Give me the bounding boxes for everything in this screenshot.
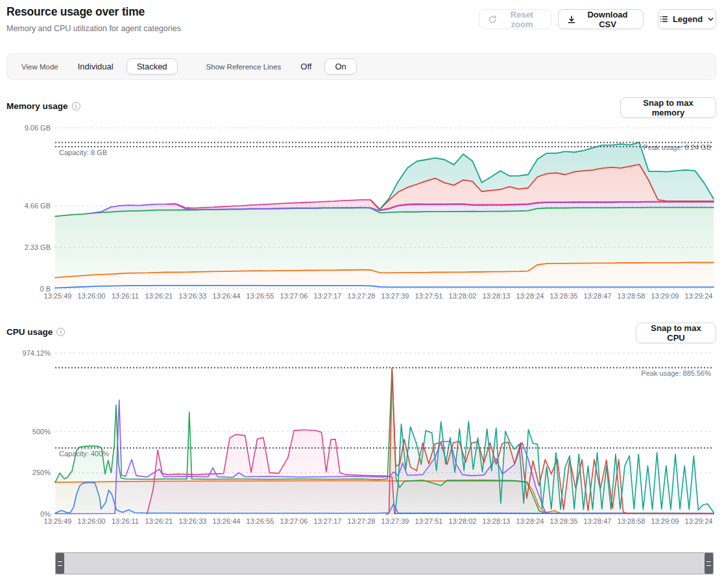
svg-text:13:28:35: 13:28:35 [550,517,578,525]
svg-text:13:29:09: 13:29:09 [651,517,679,525]
snap-to-max-cpu-button[interactable]: Snap to max CPU [636,323,716,343]
svg-text:Peak usage: 885.56%: Peak usage: 885.56% [641,369,711,377]
svg-text:Capacity: 400%: Capacity: 400% [59,450,109,458]
svg-text:974.12%: 974.12% [23,349,51,357]
svg-text:13:27:28: 13:27:28 [348,517,376,525]
svg-text:13:26:21: 13:26:21 [145,292,173,300]
svg-text:13:27:39: 13:27:39 [381,517,409,525]
svg-text:13:28:47: 13:28:47 [584,292,612,300]
cpu-section-title: CPU usage [6,327,53,337]
download-csv-label: Download CSV [581,10,634,29]
show-reference-lines-label: Show Reference Lines [200,63,288,71]
svg-text:13:26:44: 13:26:44 [213,517,241,525]
reset-zoom-label: Reset zoom [501,10,542,29]
svg-text:13:27:17: 13:27:17 [314,517,342,525]
svg-text:13:27:51: 13:27:51 [415,517,443,525]
memory-section-title: Memory usage [6,101,68,111]
reference-lines-on[interactable]: On [324,58,356,75]
svg-text:13:26:33: 13:26:33 [179,517,207,525]
download-csv-button[interactable]: Download CSV [558,9,644,29]
download-icon [567,15,576,24]
svg-text:13:28:02: 13:28:02 [449,517,477,525]
svg-text:9.06 GB: 9.06 GB [25,124,51,132]
svg-text:13:26:11: 13:26:11 [112,292,139,300]
svg-text:13:28:35: 13:28:35 [550,292,578,300]
page-title: Resource usage over time [6,5,145,19]
brush-handle-right[interactable] [705,553,713,574]
svg-text:13:29:09: 13:29:09 [651,292,679,300]
svg-text:13:25:49: 13:25:49 [44,292,72,300]
cpu-info-icon[interactable]: i [56,328,65,336]
svg-text:13:29:24: 13:29:24 [685,292,713,300]
svg-text:13:27:17: 13:27:17 [314,292,342,300]
svg-text:13:26:21: 13:26:21 [145,517,173,525]
svg-text:13:26:00: 13:26:00 [78,517,106,525]
svg-text:13:26:55: 13:26:55 [247,292,274,300]
svg-text:13:26:44: 13:26:44 [213,292,241,300]
svg-text:13:25:49: 13:25:49 [44,517,72,525]
svg-text:13:27:06: 13:27:06 [280,292,308,300]
view-mode-stacked[interactable]: Stacked [127,58,178,75]
page-subtitle: Memory and CPU utilization for agent cat… [6,24,181,33]
time-range-brush[interactable] [55,552,714,574]
reset-zoom-button[interactable]: Reset zoom [479,9,551,29]
svg-text:13:27:51: 13:27:51 [415,292,443,300]
svg-text:13:29:24: 13:29:24 [685,517,713,525]
reset-icon [488,15,497,24]
svg-text:13:26:11: 13:26:11 [112,517,139,525]
memory-chart[interactable]: Peak usage: 8.24 GBCapacity: 8 GB9.06 GB… [0,120,724,310]
view-mode-individual[interactable]: Individual [70,58,121,75]
svg-text:13:27:06: 13:27:06 [280,517,308,525]
view-mode-label: View Mode [15,63,65,71]
svg-text:250%: 250% [32,469,51,476]
svg-text:13:28:13: 13:28:13 [483,292,511,300]
control-bar: View Mode Individual Stacked Show Refere… [6,53,716,80]
svg-text:13:28:24: 13:28:24 [516,292,544,300]
chevron-down-icon [707,16,714,23]
svg-text:13:28:58: 13:28:58 [618,517,646,525]
svg-text:13:28:47: 13:28:47 [584,517,612,525]
legend-list-icon [660,15,668,23]
snap-to-max-memory-button[interactable]: Snap to max memory [620,97,716,118]
reference-lines-off[interactable]: Off [293,58,319,75]
cpu-chart[interactable]: Peak usage: 885.56%Capacity: 400%974.12%… [0,345,724,535]
memory-info-icon[interactable]: i [72,102,80,110]
legend-button[interactable]: Legend [658,9,716,29]
svg-text:500%: 500% [32,428,51,435]
grip-icon [706,561,711,566]
legend-label: Legend [673,14,703,24]
svg-text:13:28:58: 13:28:58 [618,292,646,300]
svg-text:13:28:02: 13:28:02 [449,292,477,300]
brush-handle-left[interactable] [56,553,64,574]
svg-text:13:28:24: 13:28:24 [516,517,544,525]
svg-text:13:26:55: 13:26:55 [247,517,274,525]
svg-text:2.33 GB: 2.33 GB [25,243,51,251]
svg-text:Capacity: 8 GB: Capacity: 8 GB [59,149,107,156]
svg-text:4.66 GB: 4.66 GB [25,202,51,210]
svg-text:13:26:00: 13:26:00 [78,292,106,300]
cpu-section-header: CPU usage i [6,327,65,337]
grip-icon [58,561,62,566]
snap-to-max-memory-label: Snap to max memory [629,98,707,117]
svg-text:13:27:28: 13:27:28 [348,292,376,300]
memory-section-header: Memory usage i [6,101,80,111]
svg-text:Peak usage: 8.24 GB: Peak usage: 8.24 GB [643,143,711,151]
svg-text:13:28:13: 13:28:13 [483,517,511,525]
snap-to-max-cpu-label: Snap to max CPU [645,323,707,343]
svg-text:13:27:39: 13:27:39 [381,292,409,300]
svg-text:13:26:33: 13:26:33 [179,292,207,300]
